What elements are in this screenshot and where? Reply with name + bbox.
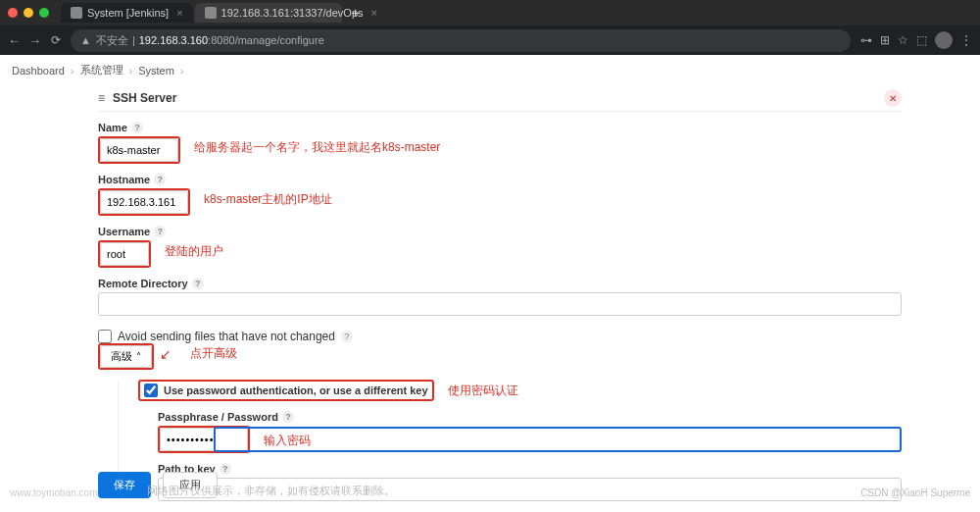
field-label-hostname: Hostname <box>98 174 150 185</box>
advanced-toggle-label: 高级 <box>111 349 132 364</box>
url-path: :8080/manage/configure <box>208 34 324 46</box>
browser-toolbar: ← → ⟳ ▲ 不安全 | 192.168.3.160 :8080/manage… <box>0 26 980 55</box>
new-tab-button[interactable]: + <box>352 5 360 21</box>
profile-avatar-icon[interactable] <box>935 31 953 49</box>
annotation-arrow-icon <box>160 346 172 362</box>
nav-back-icon[interactable]: ← <box>8 33 21 48</box>
window-minimize-icon[interactable] <box>24 8 33 18</box>
url-host: 192.168.3.160 <box>139 34 208 46</box>
annotation-name: 给服务器起一个名字，我这里就起名k8s-master <box>194 139 440 156</box>
download-icon[interactable]: ⬚ <box>916 33 927 47</box>
chevron-right-icon: › <box>71 65 74 77</box>
bookmark-icon[interactable]: ☆ <box>898 33 908 47</box>
help-icon[interactable]: ? <box>154 226 166 237</box>
hostname-input[interactable] <box>100 190 188 214</box>
section-title: SSH Server <box>113 91 176 105</box>
browser-tab-strip: System [Jenkins] × 192.168.3.161:31337/d… <box>0 0 980 26</box>
remote-directory-input[interactable] <box>98 292 902 316</box>
use-password-auth-label: Use password authentication, or use a di… <box>164 384 428 396</box>
use-password-auth-checkbox[interactable] <box>144 384 158 397</box>
chevron-up-icon: ˄ <box>136 351 141 362</box>
watermark-text: www.toymoban.com <box>10 487 97 498</box>
breadcrumb: Dashboard › 系统管理 › System › <box>0 55 980 85</box>
window-maximize-icon[interactable] <box>39 8 49 18</box>
browser-tab-1[interactable]: System [Jenkins] × <box>61 3 193 23</box>
help-icon[interactable]: ? <box>154 174 166 185</box>
tab-close-icon[interactable]: × <box>371 7 377 19</box>
chevron-right-icon: › <box>180 65 184 77</box>
reload-icon[interactable]: ⟳ <box>51 33 61 47</box>
passphrase-input[interactable] <box>214 427 902 452</box>
tab-favicon-icon <box>205 7 217 19</box>
annotation-advanced: 点开高级 <box>190 345 237 362</box>
advanced-toggle-button[interactable]: 高级 ˄ <box>100 345 152 368</box>
field-label-name: Name <box>98 122 127 133</box>
window-traffic-lights <box>8 8 49 18</box>
key-icon[interactable]: ⊶ <box>860 33 872 47</box>
annotation-use-password: 使用密码认证 <box>448 383 518 399</box>
drag-handle-icon[interactable]: ≡ <box>98 91 105 105</box>
breadcrumb-item[interactable]: Dashboard <box>12 65 65 77</box>
tab-favicon-icon <box>71 7 82 19</box>
name-input[interactable] <box>100 138 178 162</box>
tab-close-icon[interactable]: × <box>176 7 182 19</box>
tab-title: 192.168.3.161:31337/devOps <box>221 7 364 19</box>
help-icon[interactable]: ? <box>341 331 353 342</box>
avoid-resend-checkbox[interactable] <box>98 330 112 343</box>
annotation-username: 登陆的用户 <box>165 243 223 260</box>
menu-icon[interactable]: ⋮ <box>960 33 972 47</box>
help-icon[interactable]: ? <box>220 463 231 475</box>
annotation-hostname: k8s-master主机的IP地址 <box>204 191 332 208</box>
tab-title: System [Jenkins] <box>87 7 169 19</box>
window-close-icon[interactable] <box>8 8 18 18</box>
username-input[interactable] <box>100 242 149 266</box>
help-icon[interactable]: ? <box>131 122 143 133</box>
extensions-icon[interactable]: ⊞ <box>880 33 890 47</box>
help-icon[interactable]: ? <box>192 278 204 289</box>
section-close-button[interactable]: ✕ <box>884 89 902 107</box>
browser-tab-2[interactable]: 192.168.3.161:31337/devOps × <box>195 3 342 23</box>
insecure-warning-icon: ▲ <box>80 34 91 46</box>
save-button[interactable]: 保存 <box>98 472 151 498</box>
field-label-remote-dir: Remote Directory <box>98 278 188 289</box>
address-bar[interactable]: ▲ 不安全 | 192.168.3.160 :8080/manage/confi… <box>71 29 851 52</box>
field-label-username: Username <box>98 226 150 237</box>
section-header: ≡ SSH Server <box>98 85 902 112</box>
avoid-resend-label: Avoid sending files that have not change… <box>118 330 335 343</box>
chevron-right-icon: › <box>129 65 133 77</box>
copyright-text: CSDN @XiaoH Superme <box>860 487 970 498</box>
breadcrumb-item[interactable]: 系统管理 <box>80 63 123 77</box>
disclaimer-text: 网络图片仅供展示，非存储，如有侵权请联系删除。 <box>147 484 395 498</box>
breadcrumb-item[interactable]: System <box>138 65 174 77</box>
nav-forward-icon[interactable]: → <box>28 33 41 48</box>
insecure-label: 不安全 <box>96 33 128 48</box>
field-label-passphrase: Passphrase / Password <box>158 411 278 423</box>
help-icon[interactable]: ? <box>282 411 294 423</box>
